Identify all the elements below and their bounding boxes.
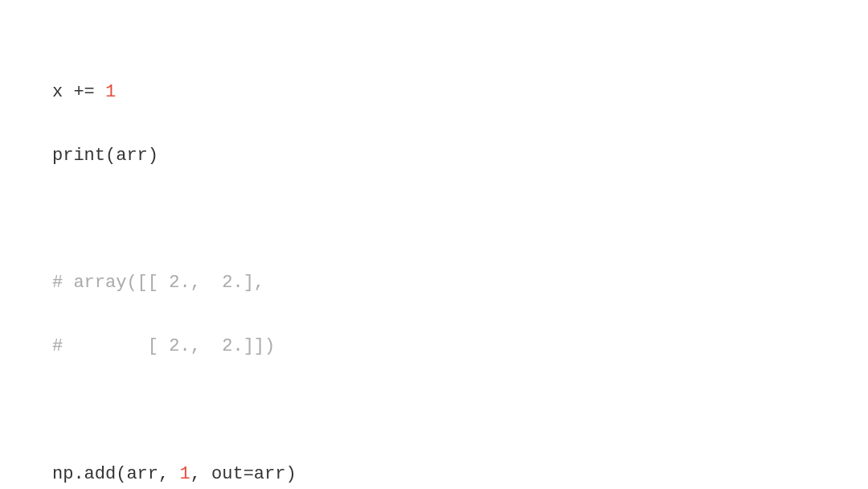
code-line: x += 1 bbox=[52, 76, 816, 109]
number-literal: 1 bbox=[105, 82, 116, 102]
code-line: print(arr) bbox=[52, 140, 816, 172]
code-line: np.add(arr, 1, out=arr) bbox=[52, 458, 816, 489]
code-block: x += 1 print(arr) # array([[ 2., 2.], # … bbox=[52, 44, 816, 489]
comment-line: # array([[ 2., 2.], bbox=[52, 267, 816, 299]
comment-line: # [ 2., 2.]]) bbox=[52, 331, 816, 363]
blank-line bbox=[52, 203, 816, 236]
code-text: np.add(arr, bbox=[52, 464, 179, 484]
code-text: , out=arr) bbox=[190, 464, 297, 484]
number-literal: 1 bbox=[179, 464, 190, 484]
code-text: x += bbox=[52, 82, 105, 102]
blank-line bbox=[52, 395, 816, 427]
